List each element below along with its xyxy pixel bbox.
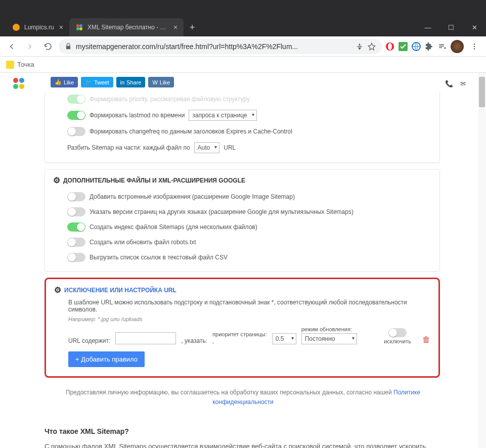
add-rule-button[interactable]: + Добавить правило [68,351,145,367]
svg-point-9 [474,43,475,45]
reload-button[interactable] [40,39,56,54]
svg-point-0 [13,24,20,31]
url-contains-label: URL содержит: [68,337,110,344]
new-tab-button[interactable]: + [184,18,201,36]
back-button[interactable] [4,39,19,54]
option-priority-ghost: Формировать priority, рассматривая файло… [53,92,431,107]
svg-point-3 [76,27,79,30]
vk-like-button[interactable]: W Like [148,77,174,87]
extension-option-0: Добавить встроенные изображения (расшире… [53,189,431,204]
lumpics-favicon [12,23,20,31]
priority-label: приоритет страницы: [212,331,267,337]
browser-toolbar: mysitemapgenerator.com/ru/start/free.htm… [0,36,486,57]
site-logo[interactable] [12,77,25,90]
article-heading: Что такое XML Sitemap? [45,427,486,435]
svg-point-4 [79,27,82,30]
toggle-changefreq[interactable] [67,127,85,136]
section-description: В шаблоне URL можно использовать подстро… [68,299,430,313]
url-text: mysitemapgenerator.com/ru/start/free.htm… [76,42,298,51]
specify-label: , указать: [181,337,207,344]
svg-point-12 [13,78,18,83]
social-share-row: 👍 Like 🐦 Tweet in Share W Like [51,77,486,87]
forward-button[interactable] [22,39,37,54]
option-split-sitemap: Разбить Sitemap на части: каждый файл по… [53,139,431,156]
mail-icon[interactable]: ✉ [460,80,466,87]
browser-titlebar: Lumpics.ru × XML Sitemap бесплатно - Ген… [0,0,486,36]
tab-sitemap[interactable]: XML Sitemap бесплатно - Генер × [69,18,184,36]
url-rule-row: URL содержит: , указать: приоритет стран… [68,326,430,344]
section-title: ⚙ ДОПОЛНИТЕЛЬНЫЕ ФАЙЛЫ И XML-РАСШИРЕНИЯ … [53,175,431,185]
lock-icon [65,43,72,50]
bookmark-item[interactable]: Точка [17,61,34,68]
toggle-priority [67,95,85,104]
extension-option-3: Создать или обновить файл robots.txt [53,235,431,250]
toggle-option-1[interactable] [67,207,85,216]
extensions-icon[interactable] [424,41,434,52]
section-hint: Например: *.jpg или /uploads [68,316,430,322]
maximize-button[interactable]: ☐ [439,18,463,36]
privacy-footer: Предоставляя личную информацию, вы согла… [45,388,441,407]
toggle-option-0[interactable] [67,192,85,201]
linkedin-share-button[interactable]: in Share [116,77,146,87]
bookmark-folder-icon [6,61,14,69]
svg-point-15 [19,84,24,89]
check-extension-icon[interactable] [398,41,408,52]
svg-point-13 [19,78,24,83]
sitemap-favicon [75,23,83,31]
close-button[interactable]: ✕ [463,18,486,36]
svg-point-10 [474,46,475,47]
extension-option-2: Создать индекс файлов Sitemaps (для неск… [53,219,431,235]
svg-point-14 [13,84,18,89]
gear-icon: ⚙ [53,175,60,185]
facebook-like-button[interactable]: 👍 Like [51,77,78,87]
toggle-option-4[interactable] [67,253,85,262]
playlist-icon[interactable] [437,41,448,52]
exclude-label: исключить [384,338,411,344]
toggle-exclude[interactable] [388,328,407,337]
tab-strip: Lumpics.ru × XML Sitemap бесплатно - Ген… [6,18,201,36]
option-lastmod: Формировать lastmod по времени запроса к… [53,107,431,124]
scroll-thumb[interactable] [479,77,485,107]
scrollbar[interactable] [478,73,486,448]
tab-title: XML Sitemap бесплатно - Генер [87,24,168,31]
page-content: 👍 Like 🐦 Tweet in Share W Like 📞 ✉ Форми… [0,73,486,448]
opera-extension-icon[interactable] [385,41,395,52]
select-lastmod-mode[interactable]: запроса к странице [189,110,256,121]
url-contains-input[interactable] [115,332,176,344]
close-icon[interactable]: × [173,23,178,31]
menu-button[interactable] [467,39,482,54]
bookmarks-bar: Точка [0,57,486,73]
gear-icon: ⚙ [54,285,61,295]
tab-title: Lumpics.ru [24,24,54,31]
svg-point-2 [79,24,82,27]
delete-rule-icon[interactable]: 🗑 [422,335,430,344]
section-google-extensions: ⚙ ДОПОЛНИТЕЛЬНЫЕ ФАЙЛЫ И XML-РАСШИРЕНИЯ … [45,169,440,272]
twitter-tweet-button[interactable]: 🐦 Tweet [81,77,113,87]
section-url-exclusion: ⚙ ИСКЛЮЧЕНИЕ ИЛИ НАСТРОЙКА URL В шаблоне… [45,278,440,378]
section-title: ⚙ ИСКЛЮЧЕНИЕ ИЛИ НАСТРОЙКА URL [54,285,430,295]
globe-extension-icon[interactable] [411,41,421,52]
close-icon[interactable]: × [59,23,63,31]
address-bar[interactable]: mysitemapgenerator.com/ru/start/free.htm… [59,39,382,54]
extension-option-4: Выгрузить список ссылок в текстовый файл… [53,250,431,265]
article-paragraph: С помощью фалов XML Sitemaps осуществляе… [45,441,441,448]
tab-lumpics[interactable]: Lumpics.ru × [6,18,69,36]
select-split-size[interactable]: Auto [194,142,220,153]
window-controls: — ☐ ✕ [416,18,486,36]
option-changefreq: Формировать changefreq по данным заголов… [53,124,431,139]
select-priority[interactable]: 0.5 [272,333,296,344]
profile-avatar[interactable] [451,40,464,53]
svg-point-11 [474,48,475,50]
minimize-button[interactable]: — [416,18,439,36]
mode-label: режим обновления: [301,326,357,332]
translate-icon[interactable] [356,42,364,51]
toggle-lastmod[interactable] [67,111,85,120]
select-update-mode[interactable]: Постоянно [301,333,357,344]
star-icon[interactable] [368,42,376,51]
contact-icons: 📞 ✉ [445,80,466,87]
section-generation-options: Формировать priority, рассматривая файло… [45,92,440,163]
phone-icon[interactable]: 📞 [445,80,453,87]
toggle-option-2[interactable] [67,222,85,232]
svg-point-1 [76,24,79,27]
toggle-option-3[interactable] [67,238,85,247]
